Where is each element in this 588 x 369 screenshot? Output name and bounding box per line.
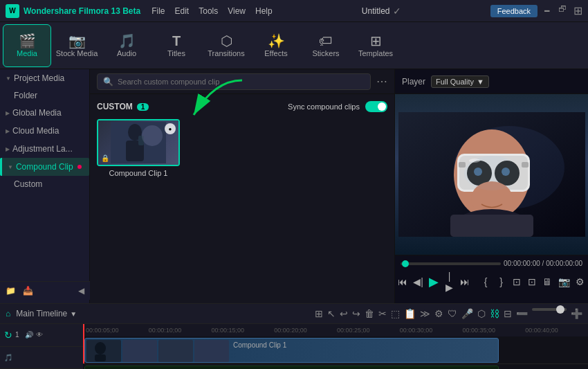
menu-file[interactable]: File [151,6,165,16]
quality-selector[interactable]: Full Quality ▼ [431,75,489,88]
zoom-in-icon[interactable]: ➕ [571,308,582,319]
clip-thumbnail: ● 🔒 [97,119,180,166]
settings-tl-icon[interactable]: ⚙ [434,308,443,319]
menu-edit[interactable]: Edit [175,6,190,16]
paste-icon[interactable]: 📋 [404,308,416,319]
tool-templates[interactable]: ⊞ Templates [351,24,400,67]
grid-view-icon[interactable]: ⊞ [315,308,323,319]
step-back-button[interactable]: ◀| [413,274,423,289]
sidebar-item-adjustment[interactable]: ▶ Adjustment La... [0,140,89,158]
tool-stock-media[interactable]: 📷 Stock Media [53,24,101,67]
sidebar-item-folder[interactable]: Folder [0,87,89,104]
delete-icon[interactable]: 🗑 [365,308,374,319]
tool-media[interactable]: 🎬 Media [3,24,51,67]
svg-rect-21 [450,215,533,237]
list-item[interactable]: ● 🔒 Compound Clip 1 [97,119,180,177]
stock-media-icon: 📷 [68,34,86,48]
ruler-mark-1: 00:00:10;00 [149,327,212,334]
settings-button[interactable]: ⚙ [576,274,585,289]
ruler-mark-2: 00:00:15;00 [212,327,275,334]
mic-icon[interactable]: 🎤 [461,308,473,319]
timeline-body: ↻ 1 🔊 👁 🎵 00:00:05;00 00:00:10;00 00:00:… [0,324,588,369]
zoom-slider[interactable] [532,308,567,311]
speaker-icon[interactable]: 🔊 [25,331,33,339]
more-tl-icon[interactable]: ≫ [420,308,430,319]
tool-audio[interactable]: 🎵 Audio [102,24,151,67]
split-button[interactable]: } [496,274,506,289]
menu-help[interactable]: Help [255,6,273,16]
shield-icon[interactable]: 🛡 [448,308,457,319]
more-options-icon[interactable]: ⋯ [376,75,387,88]
transitions-icon: ⬡ [221,34,232,48]
clip-block-video[interactable]: Compound Clip 1 [84,338,499,363]
import-icon[interactable]: 📥 [23,286,33,296]
maximize-icon[interactable]: 🗗 [558,4,567,17]
tool-stickers[interactable]: 🏷 Stickers [302,24,350,67]
sidebar-item-project-media[interactable]: ▼ Project Media [0,69,89,87]
verified-icon: ✓ [393,6,401,17]
progress-bar[interactable] [401,262,501,265]
pointer-icon[interactable]: ↖ [327,308,336,319]
eye-icon[interactable]: 👁 [36,331,43,339]
tool-effects[interactable]: ✨ Effects [252,24,300,67]
menu-tools[interactable]: Tools [199,6,218,16]
minimize-icon[interactable]: 🗕 [543,4,551,17]
link-icon[interactable]: ⛓ [490,308,499,319]
mark-in-button[interactable]: ⊡ [512,274,522,289]
arrow-icon: ▶ [6,146,10,152]
tool-titles[interactable]: T Titles [152,24,201,67]
search-input[interactable] [118,78,365,86]
sidebar-item-custom[interactable]: Custom [0,176,89,192]
clip-block-audio [84,366,499,369]
redo-icon[interactable]: ↪ [352,308,360,319]
arrow-icon: ▼ [6,75,11,82]
ruler-mark-3: 00:00:20;00 [274,327,337,334]
search-icon: 🔍 [103,77,113,87]
zoom-out-icon[interactable]: ➖ [516,308,528,319]
crop-button[interactable]: { [481,274,490,289]
ruler-mark-5: 00:00:30;00 [400,327,463,334]
search-box[interactable]: 🔍 [97,73,371,90]
custom-label: CUSTOM 1 [97,102,149,111]
tool-transitions[interactable]: ⬡ Transitions [202,24,250,67]
skip-forward-button[interactable]: ⏭ [460,274,470,289]
sync-toggle[interactable] [365,101,387,112]
sidebar-item-compound-clip[interactable]: ▼ Compound Clip [0,158,89,176]
preview-image [398,112,585,237]
audio-track [83,364,588,369]
logo-icon: W [6,4,19,18]
music-icon: 🎵 [4,354,12,361]
preview-timeline: 00:00:00:00 / 00:00:00:00 [395,255,588,271]
screen-button[interactable]: 🖥 [542,274,552,289]
preview-buttons: ⏮ ◀| ▶ |▶ ⏭ { } ⊡ ⊡ 🖥 📷 ⚙ [395,271,588,292]
sidebar-item-cloud-media[interactable]: ▶ Cloud Media [0,122,89,140]
copy-icon[interactable]: ⬚ [391,308,400,319]
effects2-icon[interactable]: ⬡ [477,308,486,319]
sidebar-item-global-media[interactable]: ▶ Global Media [0,104,89,122]
clip-thumb-strip-3 [158,340,193,362]
cut-icon[interactable]: ✂ [378,308,387,319]
snapshot-button[interactable]: 📷 [558,274,570,289]
svg-rect-26 [95,354,106,361]
timeline-label: Main Timeline ▼ [16,309,77,318]
home-icon[interactable]: ⌂ [6,309,10,318]
skip-back-button[interactable]: ⏮ [398,274,407,289]
menu-bar: File Edit Tools View Help [151,6,273,16]
play-button[interactable]: ▶ [429,274,439,289]
mark-out-button[interactable]: ⊡ [527,274,537,289]
grid-icon[interactable]: ⊞ [573,4,582,17]
collapse-icon[interactable]: ◀ [78,286,84,296]
step-forward-button[interactable]: |▶ [444,274,454,289]
add-folder-icon[interactable]: 📁 [6,286,16,296]
menu-view[interactable]: View [228,6,246,16]
active-dot [77,165,82,169]
timeline-dropdown-icon[interactable]: ▼ [70,310,77,318]
undo-icon[interactable]: ↩ [340,308,348,319]
timeline-tools: ⊞ ↖ ↩ ↪ 🗑 ✂ ⬚ 📋 ≫ ⚙ 🛡 🎤 ⬡ ⛓ ⊟ ➖ ➕ [315,308,582,319]
custom-count: 1 [137,103,149,111]
time-display: 00:00:00:00 / 00:00:00:00 [504,260,582,267]
app-name: Wondershare Filmora 13 Beta [24,6,140,16]
effects-icon: ✨ [268,34,285,48]
marker-icon[interactable]: ⊟ [504,308,512,319]
feedback-button[interactable]: Feedback [490,5,538,17]
